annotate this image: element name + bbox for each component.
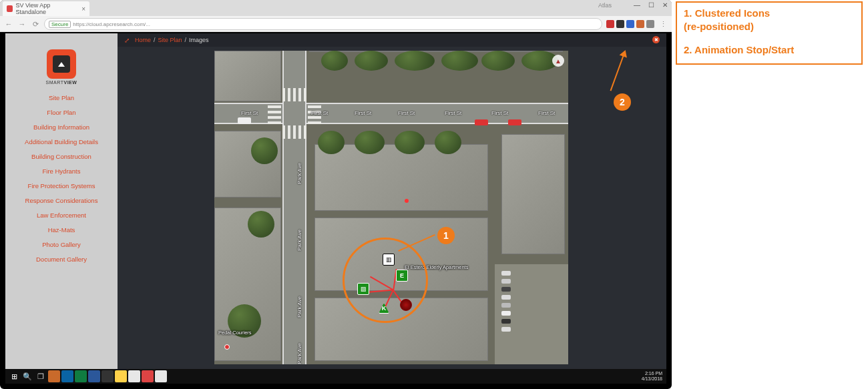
sidebar-item-building-construction[interactable]: Building Construction — [5, 149, 118, 163]
back-button[interactable]: ← — [4, 19, 13, 29]
tree — [248, 211, 274, 238]
sidebar-item-haz-mats[interactable]: Haz-Mats — [5, 222, 118, 237]
annotation-badge-2: 2 — [614, 93, 631, 111]
vehicle — [501, 319, 511, 324]
taskbar-app-icon[interactable] — [88, 370, 100, 382]
expand-icon[interactable]: ⤢ — [124, 37, 130, 44]
system-tray[interactable]: 2:16 PM 4/13/2018 — [642, 369, 662, 384]
tab-close-icon[interactable]: × — [81, 5, 85, 13]
vehicle — [501, 303, 511, 308]
map-canvas: First St First St First St First St Firs… — [214, 51, 568, 364]
sidebar-item-additional-details[interactable]: Additional Building Details — [5, 134, 118, 149]
tree — [481, 51, 515, 71]
app-logo[interactable] — [47, 49, 76, 79]
map-header: ⤢ Home / Site Plan / Images ✖ — [118, 33, 666, 47]
ext-icon[interactable] — [616, 20, 624, 28]
street-label: First St — [241, 110, 258, 116]
vehicle — [501, 279, 511, 284]
building — [314, 144, 488, 211]
ext-icon[interactable] — [646, 20, 654, 28]
minimize-icon[interactable]: — — [634, 1, 640, 9]
tab-title: SV View App Standalone — [15, 2, 79, 15]
breadcrumb-sep: / — [185, 37, 187, 43]
hydrant-marker[interactable] — [224, 344, 230, 350]
taskbar-app-icon[interactable] — [142, 370, 154, 382]
browser-tab[interactable]: SV View App Standalone × — [3, 1, 89, 16]
reload-button[interactable]: ⟳ — [31, 19, 40, 29]
forward-button[interactable]: → — [17, 19, 27, 29]
animation-toggle-button[interactable]: ✖ — [652, 36, 660, 43]
building — [501, 134, 565, 254]
tab-strip: SV View App Standalone × — [0, 0, 672, 16]
centerpoint-marker — [405, 199, 409, 203]
annotation-text-2: 2. Animation Stop/Start — [684, 43, 855, 57]
search-icon[interactable]: 🔍 — [21, 370, 33, 382]
vehicle — [501, 295, 511, 300]
sidebar-item-building-information[interactable]: Building Information — [5, 119, 118, 134]
tree — [355, 51, 388, 71]
maximize-icon[interactable]: ☐ — [648, 1, 654, 9]
map-viewport[interactable]: First St First St First St First St Firs… — [214, 51, 568, 364]
street-label: Park Ave — [296, 343, 302, 364]
vehicle — [475, 119, 488, 125]
browser-window: SV View App Standalone × Atlas — ☐ ✕ ← →… — [0, 0, 672, 389]
task-view-icon[interactable]: ❐ — [35, 370, 47, 382]
tree — [251, 137, 278, 164]
crosswalk — [282, 125, 306, 139]
taskbar-app-icon[interactable] — [128, 370, 140, 382]
taskbar-app-icon[interactable] — [75, 370, 87, 382]
breadcrumb-sep: / — [154, 37, 156, 43]
main-panel: ⤢ Home / Site Plan / Images ✖ — [118, 33, 666, 369]
vehicle — [501, 287, 511, 292]
sidebar-item-document-gallery[interactable]: Document Gallery — [5, 252, 118, 266]
taskbar-app-icon[interactable] — [48, 370, 60, 382]
map-marker-stairs[interactable]: ▨ — [357, 283, 369, 295]
sidebar-item-response[interactable]: Response Considerations — [5, 193, 118, 208]
ext-icon[interactable] — [606, 20, 614, 28]
tree — [395, 51, 435, 71]
clock-date: 4/13/2018 — [642, 376, 662, 382]
tree — [355, 131, 385, 154]
taskbar-app-icon[interactable] — [101, 370, 114, 382]
map-marker-electrical[interactable]: E — [396, 270, 408, 282]
vehicle — [501, 327, 511, 332]
sidebar-item-photo-gallery[interactable]: Photo Gallery — [5, 237, 118, 252]
sidebar-item-site-plan[interactable]: Site Plan — [5, 90, 118, 105]
street-label: Park Ave — [296, 296, 302, 318]
sidebar-nav: Site Plan Floor Plan Building Informatio… — [5, 90, 118, 266]
logo-triangle-icon — [58, 62, 65, 67]
tree — [318, 131, 345, 154]
start-button[interactable]: ⊞ — [8, 370, 20, 382]
sidebar-item-fire-hydrants[interactable]: Fire Hydrants — [5, 163, 118, 178]
street-label: First St — [355, 110, 371, 116]
breadcrumb-root[interactable]: Home — [135, 37, 151, 43]
street-label: Park Ave — [296, 230, 302, 251]
browser-profile-name[interactable]: Atlas — [598, 2, 612, 9]
taskbar-app-icon[interactable] — [115, 370, 127, 382]
sidebar-item-floor-plan[interactable]: Floor Plan — [5, 105, 118, 119]
tree — [441, 51, 478, 71]
ext-icon[interactable] — [636, 20, 644, 28]
map-marker-danger[interactable] — [400, 299, 412, 311]
breadcrumb-mid[interactable]: Site Plan — [158, 37, 182, 43]
address-bar[interactable]: Secure https://cloud.apcresearch.com/... — [44, 18, 602, 30]
taskbar-app-icon[interactable] — [155, 370, 167, 382]
close-icon[interactable]: ✕ — [662, 1, 668, 9]
annotation-badge-1: 1 — [437, 227, 455, 244]
url-text: https://cloud.apcresearch.com/... — [73, 21, 150, 27]
ext-icon[interactable] — [626, 20, 634, 28]
crosswalk — [282, 88, 306, 101]
menu-icon[interactable]: ⋮ — [658, 19, 668, 29]
street-label: First St — [491, 110, 508, 116]
sidebar-item-law-enforcement[interactable]: Law Enforcement — [5, 208, 118, 222]
tab-favicon — [7, 5, 13, 12]
map-marker-meter[interactable]: ▥ — [383, 254, 395, 266]
poi-label-corner: Pedal Couriers — [218, 330, 252, 336]
sidebar: SMARTVIEW Site Plan Floor Plan Building … — [5, 45, 118, 369]
annotation-text-1: 1. Clustered Icons — [684, 7, 855, 20]
taskbar-app-icon[interactable] — [61, 370, 73, 382]
sidebar-item-fire-protection[interactable]: Fire Protection Systems — [5, 178, 118, 193]
compass-icon[interactable]: ▲ — [552, 55, 564, 67]
vehicle — [501, 271, 511, 276]
street-label: First St — [538, 110, 555, 116]
